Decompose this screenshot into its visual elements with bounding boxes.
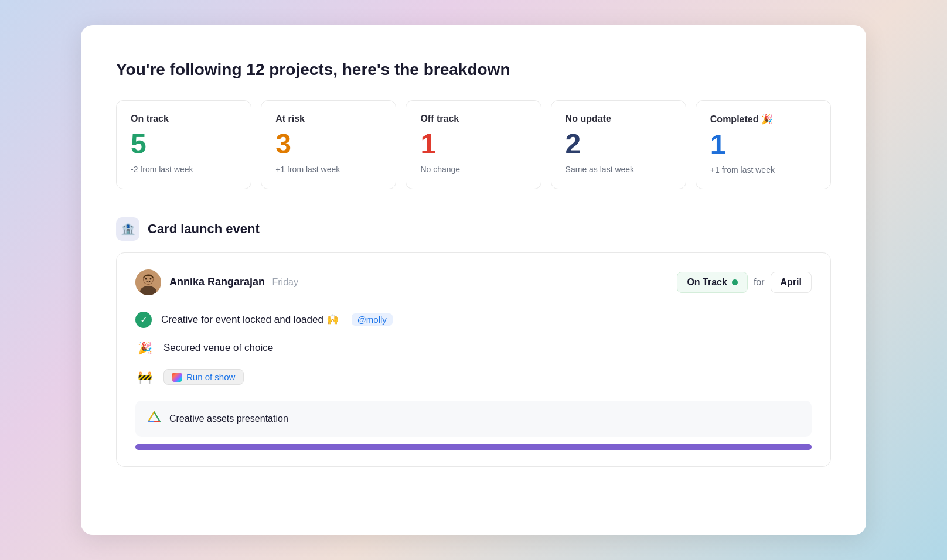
stat-card-at-risk[interactable]: At risk 3 +1 from last week (261, 100, 396, 189)
stat-label: At risk (275, 114, 381, 124)
stat-card-on-track[interactable]: On track 5 -2 from last week (116, 100, 251, 189)
attachment-card: Creative assets presentation (135, 401, 812, 437)
status-area: On Track for April (677, 272, 812, 293)
status-text: On Track (687, 277, 727, 288)
stat-change: +1 from last week (275, 165, 381, 174)
svg-point-4 (145, 278, 147, 279)
status-dot (732, 279, 738, 285)
avatar (135, 269, 161, 295)
update-header: Annika Rangarajan Friday On Track for Ap… (135, 269, 812, 295)
striped-icon: 🚧 (135, 368, 154, 387)
stat-change: -2 from last week (131, 165, 237, 174)
list-item: ✓ Creative for event locked and loaded 🙌… (135, 312, 812, 328)
item-text: Secured venue of choice (163, 342, 273, 354)
author-info: Annika Rangarajan Friday (169, 276, 298, 288)
list-item: 🚧 Run of show (135, 368, 812, 387)
stat-card-off-track[interactable]: Off track 1 No change (406, 100, 541, 189)
author-day: Friday (272, 277, 298, 287)
party-icon: 🎉 (135, 339, 154, 357)
main-card: You're following 12 projects, here's the… (81, 25, 866, 535)
stat-number: 2 (566, 129, 672, 160)
svg-point-5 (150, 278, 152, 279)
section-header: 🏦 Card launch event (116, 217, 831, 241)
for-label: for (754, 277, 765, 288)
section-icon: 🏦 (116, 217, 139, 241)
stat-number: 1 (710, 129, 816, 161)
item-text: Creative for event locked and loaded 🙌 (161, 313, 339, 326)
check-icon: ✓ (135, 312, 152, 328)
stat-card-no-update[interactable]: No update 2 Same as last week (551, 100, 686, 189)
mention-tag[interactable]: @molly (352, 313, 393, 326)
update-items: ✓ Creative for event locked and loaded 🙌… (135, 312, 812, 387)
stat-change: +1 from last week (710, 165, 816, 175)
attachment-name: Creative assets presentation (169, 414, 288, 424)
month-badge[interactable]: April (771, 272, 812, 293)
stat-change: No change (420, 165, 526, 174)
section-title: Card launch event (148, 221, 260, 237)
update-author: Annika Rangarajan Friday (135, 269, 298, 295)
status-badge[interactable]: On Track (677, 272, 747, 293)
page-title: You're following 12 projects, here's the… (116, 60, 831, 79)
run-of-show-link[interactable]: Run of show (163, 369, 244, 385)
progress-bar (135, 444, 812, 450)
stat-number: 1 (420, 129, 526, 160)
stat-change: Same as last week (566, 165, 672, 174)
author-name: Annika Rangarajan (169, 276, 265, 288)
svg-marker-6 (148, 412, 160, 422)
stat-label: On track (131, 114, 237, 124)
update-card: Annika Rangarajan Friday On Track for Ap… (116, 252, 831, 467)
stat-number: 3 (275, 129, 381, 160)
stat-card-completed[interactable]: Completed 🎉 1 +1 from last week (696, 100, 831, 189)
avatar-svg (135, 269, 161, 295)
stat-label: Completed 🎉 (710, 114, 816, 125)
stat-label: No update (566, 114, 672, 124)
stat-number: 5 (131, 129, 237, 160)
gdrive-icon (147, 410, 161, 428)
stat-label: Off track (420, 114, 526, 124)
figma-icon (172, 373, 182, 382)
list-item: 🎉 Secured venue of choice (135, 339, 812, 357)
stats-row: On track 5 -2 from last week At risk 3 +… (116, 100, 831, 189)
